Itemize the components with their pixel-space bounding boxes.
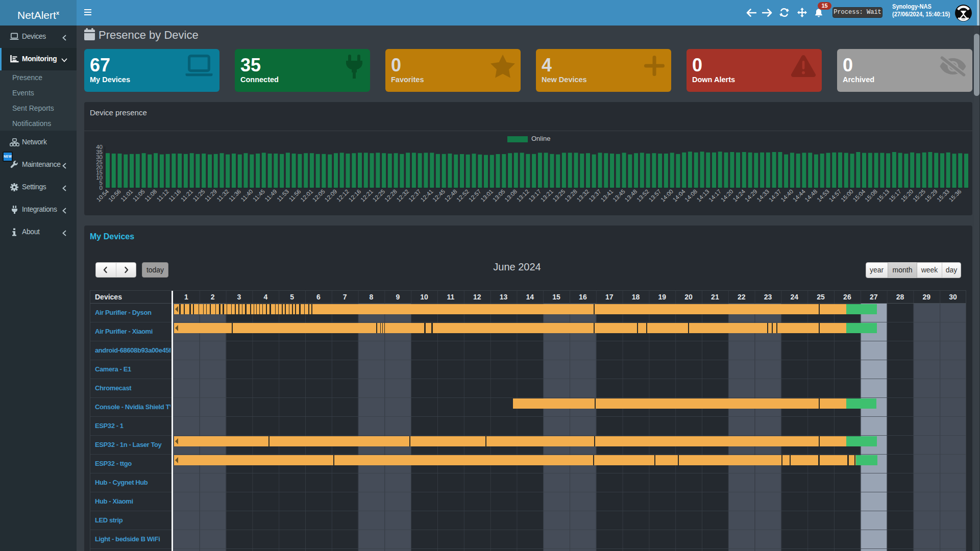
svg-text:15:08: 15:08 — [864, 188, 878, 203]
svg-text:17: 17 — [605, 293, 614, 301]
svg-text:27: 27 — [870, 293, 878, 301]
svg-text:14:20: 14:20 — [720, 188, 734, 203]
svg-text:15:13: 15:13 — [876, 188, 891, 203]
svg-text:30: 30 — [949, 293, 957, 301]
svg-text:13:08: 13:08 — [503, 188, 518, 203]
svg-text:20: 20 — [684, 293, 693, 301]
svg-text:28: 28 — [896, 293, 904, 301]
svg-text:13:48: 13:48 — [624, 188, 639, 203]
svg-text:8: 8 — [370, 293, 374, 301]
svg-text:14:08: 14:08 — [683, 188, 698, 203]
svg-text:3: 3 — [237, 293, 241, 301]
svg-text:12:25: 12:25 — [372, 188, 386, 203]
svg-text:10:56: 10:56 — [107, 188, 122, 203]
svg-text:13:25: 13:25 — [551, 188, 566, 203]
svg-text:24: 24 — [791, 293, 799, 301]
svg-text:15:20: 15:20 — [900, 188, 915, 203]
svg-text:11:56: 11:56 — [288, 188, 302, 203]
svg-text:11:40: 11:40 — [239, 188, 254, 203]
svg-text:29: 29 — [923, 293, 931, 301]
svg-text:12:37: 12:37 — [407, 188, 422, 203]
svg-text:12:05: 12:05 — [311, 188, 326, 203]
svg-text:16: 16 — [579, 293, 587, 301]
svg-text:14:29: 14:29 — [744, 188, 758, 203]
svg-text:12:12: 12:12 — [335, 188, 350, 203]
svg-text:12:28: 12:28 — [383, 188, 398, 203]
svg-text:14:37: 14:37 — [768, 188, 782, 203]
svg-text:10:54: 10:54 — [95, 188, 110, 203]
svg-text:13:21: 13:21 — [540, 188, 554, 203]
svg-text:11:05: 11:05 — [132, 188, 146, 203]
svg-text:15: 15 — [552, 293, 560, 301]
svg-text:12:01: 12:01 — [299, 188, 314, 203]
svg-text:Devices: Devices — [95, 293, 122, 301]
svg-text:23: 23 — [764, 293, 772, 301]
svg-text:11:36: 11:36 — [228, 188, 242, 203]
svg-text:13:17: 13:17 — [527, 188, 542, 203]
svg-text:13:12: 13:12 — [516, 188, 530, 203]
svg-text:12:48: 12:48 — [444, 188, 458, 203]
svg-text:15:00: 15:00 — [840, 188, 854, 203]
svg-text:6: 6 — [316, 293, 321, 301]
svg-text:5: 5 — [290, 293, 294, 301]
svg-text:25: 25 — [817, 293, 825, 301]
svg-text:14:17: 14:17 — [707, 188, 722, 203]
svg-text:11:32: 11:32 — [215, 188, 230, 203]
svg-text:11:21: 11:21 — [180, 188, 194, 203]
svg-text:10: 10 — [420, 293, 428, 301]
svg-text:14:13: 14:13 — [696, 188, 710, 203]
svg-text:9: 9 — [396, 293, 400, 301]
svg-text:40: 40 — [96, 144, 103, 150]
svg-text:13:57: 13:57 — [648, 188, 663, 203]
svg-text:15:36: 15:36 — [948, 188, 963, 203]
svg-text:12:32: 12:32 — [396, 188, 410, 203]
svg-text:14:40: 14:40 — [779, 188, 794, 203]
svg-text:19: 19 — [658, 293, 667, 301]
svg-text:14: 14 — [526, 293, 534, 301]
svg-text:13:05: 13:05 — [492, 188, 506, 203]
svg-text:2: 2 — [211, 293, 215, 301]
svg-text:14:57: 14:57 — [828, 188, 843, 203]
svg-text:13:41: 13:41 — [600, 188, 615, 203]
svg-text:21: 21 — [711, 293, 719, 301]
svg-text:11:08: 11:08 — [143, 188, 158, 203]
svg-text:1: 1 — [184, 293, 188, 301]
svg-text:12: 12 — [473, 293, 481, 301]
svg-text:12:09: 12:09 — [324, 188, 338, 203]
svg-text:14:24: 14:24 — [731, 188, 746, 203]
svg-text:26: 26 — [843, 293, 851, 301]
svg-text:13:45: 13:45 — [611, 188, 626, 203]
svg-text:12:21: 12:21 — [359, 188, 374, 203]
svg-text:14:53: 14:53 — [816, 188, 830, 203]
svg-text:11:12: 11:12 — [156, 188, 170, 203]
svg-text:13:32: 13:32 — [576, 188, 591, 203]
svg-text:22: 22 — [738, 293, 746, 301]
svg-text:11:53: 11:53 — [276, 188, 290, 203]
svg-text:15:04: 15:04 — [852, 188, 867, 203]
svg-text:11:25: 11:25 — [191, 188, 206, 203]
svg-text:14:44: 14:44 — [792, 188, 806, 203]
svg-text:14:48: 14:48 — [803, 188, 818, 203]
svg-text:11: 11 — [447, 293, 454, 301]
svg-text:11:49: 11:49 — [263, 188, 278, 203]
svg-text:14:33: 14:33 — [755, 188, 770, 203]
svg-text:12:41: 12:41 — [420, 188, 434, 203]
svg-text:11:16: 11:16 — [167, 188, 182, 203]
svg-text:12:45: 12:45 — [431, 188, 446, 203]
svg-text:18: 18 — [632, 293, 640, 301]
svg-text:11:29: 11:29 — [204, 188, 218, 203]
svg-text:13:01: 13:01 — [479, 188, 494, 203]
svg-text:12:52: 12:52 — [455, 188, 470, 203]
svg-text:15:33: 15:33 — [936, 188, 950, 203]
svg-text:11:45: 11:45 — [252, 188, 266, 203]
svg-text:15:17: 15:17 — [888, 188, 902, 203]
svg-text:13: 13 — [500, 293, 508, 301]
svg-text:15:29: 15:29 — [924, 188, 939, 203]
svg-text:13:37: 13:37 — [587, 188, 602, 203]
svg-text:4: 4 — [263, 293, 267, 301]
svg-text:13:52: 13:52 — [635, 188, 650, 203]
svg-text:14:00: 14:00 — [659, 188, 674, 203]
svg-text:7: 7 — [343, 293, 347, 301]
svg-text:11:01: 11:01 — [119, 188, 134, 203]
svg-text:15:25: 15:25 — [912, 188, 926, 203]
